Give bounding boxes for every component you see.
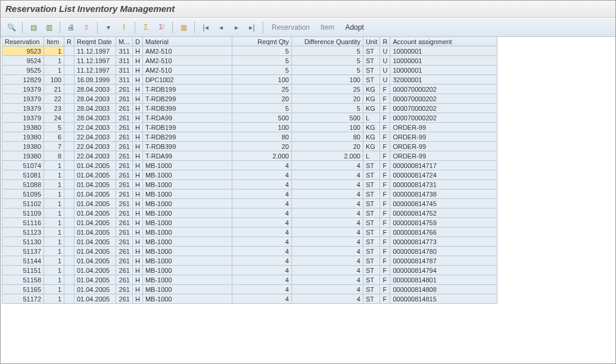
cell-d[interactable]: H (132, 189, 142, 199)
export-button[interactable]: ⇪ (79, 20, 94, 35)
table-row[interactable]: 51116101.04.2005261HMB-100044STF00000081… (2, 218, 497, 228)
cell-reservation[interactable]: 51130 (2, 237, 44, 247)
adopt-menu[interactable]: Adopt (340, 23, 368, 32)
cell-account[interactable]: 000000814808 (390, 285, 497, 294)
cell-m[interactable]: 311 (116, 75, 132, 85)
col-r1[interactable]: R (64, 37, 74, 46)
table-row[interactable]: 9524111.12.1997311HAM2-51055STU10000001 (2, 56, 497, 66)
cell-unit[interactable]: L (363, 151, 380, 161)
cell-item[interactable]: 1 (44, 218, 64, 228)
cell-date[interactable]: 22.04.2003 (74, 123, 116, 132)
cell-qty[interactable]: 20 (232, 142, 291, 151)
prev-button[interactable]: ◂ (214, 20, 228, 35)
cell-m[interactable]: 261 (116, 180, 132, 189)
cell-r1[interactable] (64, 94, 74, 104)
cell-r2[interactable]: F (380, 228, 390, 237)
cell-date[interactable]: 01.04.2005 (74, 285, 116, 294)
cell-qty[interactable]: 4 (232, 170, 291, 180)
cell-unit[interactable]: ST (363, 237, 380, 247)
cell-r1[interactable] (64, 46, 74, 56)
cell-m[interactable]: 311 (116, 66, 132, 75)
cell-diff[interactable]: 4 (291, 237, 363, 247)
cell-r1[interactable] (64, 266, 74, 275)
cell-unit[interactable]: ST (363, 256, 380, 266)
cell-date[interactable]: 01.04.2005 (74, 294, 116, 304)
table-row[interactable]: 193792128.04.2003261HT-RDB1992525KGF0000… (2, 85, 497, 94)
cell-d[interactable]: H (132, 170, 142, 180)
cell-material[interactable]: MB-1000 (142, 228, 232, 237)
cell-unit[interactable]: ST (363, 275, 380, 285)
cell-m[interactable]: 261 (116, 104, 132, 113)
cell-d[interactable]: H (132, 104, 142, 113)
cell-account[interactable]: 000000814738 (390, 189, 497, 199)
cell-r2[interactable]: F (380, 142, 390, 151)
cell-item[interactable]: 1 (44, 180, 64, 189)
cell-qty[interactable]: 5 (232, 104, 291, 113)
cell-diff[interactable]: 4 (291, 266, 363, 275)
cell-r1[interactable] (64, 294, 74, 304)
cell-d[interactable]: H (132, 85, 142, 94)
cell-item[interactable]: 23 (44, 104, 64, 113)
cell-unit[interactable]: ST (363, 294, 380, 304)
cell-reservation[interactable]: 51151 (2, 266, 44, 275)
cell-d[interactable]: H (132, 218, 142, 228)
cell-diff[interactable]: 4 (291, 199, 363, 209)
cell-reservation[interactable]: 51137 (2, 247, 44, 256)
cell-m[interactable]: 261 (116, 237, 132, 247)
cell-unit[interactable]: ST (363, 266, 380, 275)
cell-date[interactable]: 28.04.2003 (74, 94, 116, 104)
cell-d[interactable]: H (132, 294, 142, 304)
cell-qty[interactable]: 4 (232, 180, 291, 189)
cell-m[interactable]: 261 (116, 294, 132, 304)
cell-item[interactable]: 22 (44, 94, 64, 104)
cell-date[interactable]: 16.09.1999 (74, 75, 116, 85)
cell-reservation[interactable]: 19379 (2, 85, 44, 94)
layout-button[interactable]: ▦ (176, 20, 191, 35)
cell-date[interactable]: 28.04.2003 (74, 113, 116, 123)
print-button[interactable]: 🖨 (64, 20, 78, 35)
cell-date[interactable]: 01.04.2005 (74, 266, 116, 275)
cell-d[interactable]: H (132, 247, 142, 256)
cell-date[interactable]: 01.04.2005 (74, 256, 116, 266)
table-row[interactable]: 19380622.04.2003261HT-RDB2998080KGFORDER… (2, 132, 497, 142)
cell-d[interactable]: H (132, 56, 142, 66)
cell-r1[interactable] (64, 104, 74, 113)
cell-unit[interactable]: ST (363, 170, 380, 180)
table-row[interactable]: 51137101.04.2005261HMB-100044STF00000081… (2, 247, 497, 256)
cell-date[interactable]: 01.04.2005 (74, 170, 116, 180)
cell-account[interactable]: 000070000202 (390, 113, 497, 123)
cell-diff[interactable]: 4 (291, 256, 363, 266)
cell-item[interactable]: 21 (44, 85, 64, 94)
cell-unit[interactable]: ST (363, 46, 380, 56)
cell-reservation[interactable]: 9525 (2, 66, 44, 75)
cell-material[interactable]: MB-1000 (142, 285, 232, 294)
cell-qty[interactable]: 4 (232, 237, 291, 247)
cell-diff[interactable]: 4 (291, 228, 363, 237)
cell-diff[interactable]: 4 (291, 170, 363, 180)
cell-unit[interactable]: KG (363, 132, 380, 142)
cell-qty[interactable]: 4 (232, 275, 291, 285)
cell-material[interactable]: AM2-510 (142, 56, 232, 66)
cell-item[interactable]: 24 (44, 113, 64, 123)
doc-button[interactable]: ▤ (26, 20, 41, 35)
cell-r1[interactable] (64, 56, 74, 66)
cell-item[interactable]: 1 (44, 266, 64, 275)
cell-m[interactable]: 261 (116, 161, 132, 170)
item-menu[interactable]: Item (316, 23, 339, 32)
cell-account[interactable]: ORDER-99 (390, 142, 497, 151)
cell-r2[interactable]: F (380, 209, 390, 218)
cell-unit[interactable]: KG (363, 94, 380, 104)
cell-diff[interactable]: 4 (291, 247, 363, 256)
cell-diff[interactable]: 5 (291, 46, 363, 56)
cell-diff[interactable]: 5 (291, 66, 363, 75)
cell-reservation[interactable]: 51074 (2, 161, 44, 170)
cell-material[interactable]: MB-1000 (142, 275, 232, 285)
cell-reservation[interactable]: 19380 (2, 151, 44, 161)
cell-diff[interactable]: 4 (291, 294, 363, 304)
cell-d[interactable]: H (132, 123, 142, 132)
cell-r1[interactable] (64, 247, 74, 256)
cell-account[interactable]: 000000814724 (390, 170, 497, 180)
cell-date[interactable]: 11.12.1997 (74, 56, 116, 66)
table-row[interactable]: 51095101.04.2005261HMB-100044STF00000081… (2, 189, 497, 199)
table-row[interactable]: 51144101.04.2005261HMB-100044STF00000081… (2, 256, 497, 266)
